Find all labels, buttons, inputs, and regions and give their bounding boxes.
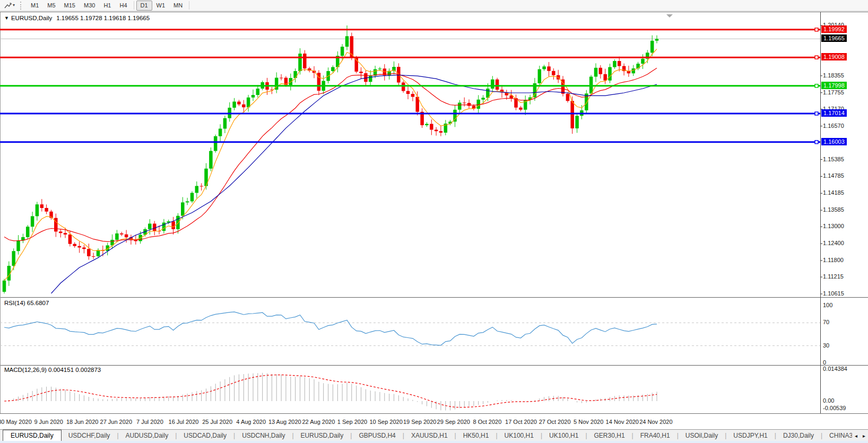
chart-tab-CHINA300-H1[interactable]: CHINA300,H1 bbox=[822, 431, 852, 440]
x-axis-date-label: 8 Oct 2020 bbox=[473, 419, 501, 425]
x-axis-date-label: 16 Jul 2020 bbox=[169, 419, 199, 425]
x-axis-date-label: 30 May 2020 bbox=[0, 419, 32, 425]
timeframe-button-M1[interactable]: M1 bbox=[27, 1, 43, 11]
rsi-axis-label: 30 bbox=[823, 342, 829, 349]
rsi-axis-label: 70 bbox=[823, 319, 829, 325]
chart-tab-EURUSD-Daily[interactable]: EURUSD,Daily bbox=[294, 431, 351, 440]
rsi-axis-label: 100 bbox=[823, 302, 832, 308]
x-axis-date-label: 24 Nov 2020 bbox=[639, 419, 672, 425]
x-axis-date-label: 5 Nov 2020 bbox=[574, 419, 603, 425]
timeframe-button-M5[interactable]: M5 bbox=[43, 1, 59, 11]
main-chart-canvas[interactable] bbox=[0, 12, 868, 414]
current-price-badge: 1.19665 bbox=[821, 34, 847, 42]
chart-tab-XAUUSD-H1[interactable]: XAUUSD,H1 bbox=[404, 431, 455, 440]
chart-tool-button[interactable]: ▾ bbox=[1, 1, 18, 11]
chart-tab-AUDUSD-Daily[interactable]: AUDUSD,Daily bbox=[119, 431, 176, 440]
x-axis-date-label: 7 Jul 2020 bbox=[136, 419, 163, 425]
chart-quote-values: 1.19655 1.19728 1.19618 1.19665 bbox=[56, 15, 150, 21]
chart-title: ▼EURUSD,Daily1.19655 1.19728 1.19618 1.1… bbox=[4, 15, 150, 21]
timeframe-button-M30[interactable]: M30 bbox=[80, 1, 99, 11]
chart-tab-USDCAD-Daily[interactable]: USDCAD,Daily bbox=[177, 431, 233, 440]
chart-tab-USDCHF-Daily[interactable]: USDCHF,Daily bbox=[62, 431, 117, 440]
x-axis-date-label: 9 Jun 2020 bbox=[34, 419, 63, 425]
chart-tab-USDJPY-H1[interactable]: USDJPY,H1 bbox=[726, 431, 774, 440]
window-bottom-strip bbox=[0, 441, 868, 443]
chart-window[interactable]: ▼EURUSD,Daily1.19655 1.19728 1.19618 1.1… bbox=[0, 12, 868, 413]
x-axis-date-label: 27 Jun 2020 bbox=[100, 419, 133, 425]
price-line-label: 1.17014 bbox=[821, 109, 847, 117]
x-axis-date-label: 14 Nov 2020 bbox=[606, 419, 639, 425]
rsi-indicator-label: RSI(14) 65.6807 bbox=[4, 300, 49, 306]
line-handle bbox=[815, 112, 818, 115]
timeframe-button-W1[interactable]: W1 bbox=[152, 1, 170, 11]
price-line-label: 1.17998 bbox=[821, 82, 847, 89]
y-axis-tick-label: 1.14785 bbox=[823, 172, 844, 179]
timeframe-button-H4[interactable]: H4 bbox=[115, 1, 131, 11]
toolbar-separator bbox=[134, 1, 134, 10]
timeframe-button-H1[interactable]: H1 bbox=[99, 1, 115, 11]
trendline-icon bbox=[4, 2, 12, 9]
rsi-axis-label: 0 bbox=[823, 359, 826, 366]
y-axis-tick-label: 1.13000 bbox=[823, 223, 844, 229]
y-axis-tick-label: 1.17755 bbox=[823, 89, 844, 95]
rsi-current-value: 65.6807 bbox=[27, 300, 49, 306]
y-axis-tick-label: 1.14185 bbox=[823, 189, 844, 196]
macd-indicator-label: MACD(12,26,9) 0.004151 0.002873 bbox=[4, 367, 101, 373]
x-axis-date-label: 17 Oct 2020 bbox=[505, 419, 537, 425]
tab-scroll-left[interactable]: ◂ bbox=[852, 433, 860, 439]
y-axis-tick-label: 1.11800 bbox=[823, 257, 844, 263]
y-axis-tick-label: 1.12400 bbox=[823, 240, 844, 246]
line-handle bbox=[815, 141, 818, 144]
x-axis-date-label: 27 Oct 2020 bbox=[539, 419, 571, 425]
chart-tab-GBPUSD-H4[interactable]: GBPUSD,H4 bbox=[352, 431, 402, 440]
chart-tab-FRA40-H1[interactable]: FRA40,H1 bbox=[633, 431, 677, 440]
macd-axis-label: 0.014384 bbox=[823, 366, 847, 372]
chart-tab-UK100-H1[interactable]: UK100,H1 bbox=[542, 431, 585, 440]
x-axis-date-label: 22 Aug 2020 bbox=[302, 419, 335, 425]
chart-tab-GER30-H1[interactable]: GER30,H1 bbox=[587, 431, 632, 440]
chevron-down-icon: ▾ bbox=[13, 3, 15, 7]
toolbar-separator bbox=[189, 1, 189, 10]
timeframe-button-group: M1M5M15M30H1H4D1W1MN bbox=[27, 1, 192, 11]
price-line-label: 1.16003 bbox=[821, 138, 847, 145]
chart-tab-HK50-H1[interactable]: HK50,H1 bbox=[456, 431, 496, 440]
toolbar-drag-handle[interactable] bbox=[20, 2, 23, 10]
top-toolbar: ▾ M1M5M15M30H1H4D1W1MN bbox=[0, 0, 868, 11]
price-line-label: 1.19008 bbox=[821, 53, 847, 60]
x-axis-date-label: 10 Sep 2020 bbox=[369, 419, 402, 425]
macd-axis-label: 0.00 bbox=[823, 397, 834, 404]
y-axis-tick-label: 1.10615 bbox=[823, 290, 844, 297]
y-axis-tick-label: 1.13585 bbox=[823, 206, 844, 213]
chart-tab-DJ30-Daily[interactable]: DJ30,Daily bbox=[776, 431, 821, 440]
tab-scroll-right[interactable]: ▸ bbox=[860, 433, 868, 439]
chart-tab-UK100-H1[interactable]: UK100,H1 bbox=[498, 431, 541, 440]
macd-axis-label: -0.00539 bbox=[823, 405, 846, 411]
rsi-name: RSI(14) bbox=[4, 300, 25, 306]
x-axis-date-label: 13 Aug 2020 bbox=[268, 419, 301, 425]
chart-tab-bar: EURUSD,DailyUSDCHF,Daily|AUDUSD,Daily|US… bbox=[0, 429, 868, 441]
x-axis-date-label: 25 Jul 2020 bbox=[202, 419, 232, 425]
y-axis-tick-label: 1.18355 bbox=[823, 72, 844, 79]
macd-name: MACD(12,26,9) bbox=[4, 367, 47, 373]
x-axis-date-label: 4 Aug 2020 bbox=[236, 419, 266, 425]
x-axis-date-label: 18 Jun 2020 bbox=[66, 419, 99, 425]
y-axis-tick-label: 1.11215 bbox=[823, 273, 844, 280]
chart-tab-USOil-Daily[interactable]: USOil,Daily bbox=[679, 431, 725, 440]
line-handle bbox=[815, 84, 818, 88]
chart-tab-USDCNH-Daily[interactable]: USDCNH,Daily bbox=[235, 431, 292, 440]
y-axis-tick-label: 1.15385 bbox=[823, 156, 844, 162]
x-axis-date-label: 29 Sep 2020 bbox=[437, 419, 470, 425]
y-axis-tick-label: 1.16570 bbox=[823, 123, 844, 129]
x-axis-date-label: 19 Sep 2020 bbox=[403, 419, 436, 425]
macd-current-values: 0.004151 0.002873 bbox=[48, 367, 101, 373]
line-handle bbox=[815, 56, 818, 59]
line-handle bbox=[815, 28, 818, 31]
x-axis-date-label: 1 Sep 2020 bbox=[337, 419, 367, 425]
timeframe-button-MN[interactable]: MN bbox=[169, 1, 187, 11]
price-line-label: 1.19992 bbox=[821, 25, 847, 33]
chart-symbol-label: EURUSD,Daily bbox=[11, 15, 52, 21]
collapse-caret-icon: ▼ bbox=[4, 15, 9, 21]
chart-tab-EURUSD-Daily[interactable]: EURUSD,Daily bbox=[3, 430, 62, 441]
timeframe-button-D1[interactable]: D1 bbox=[136, 1, 152, 11]
timeframe-button-M15[interactable]: M15 bbox=[60, 1, 80, 11]
